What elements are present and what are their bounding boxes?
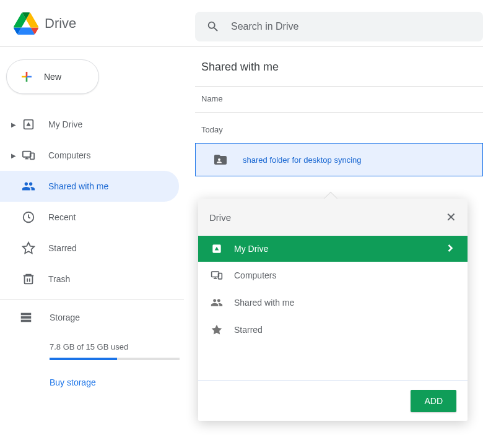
drive-logo-icon [14, 11, 38, 36]
clock-icon [21, 210, 36, 225]
sidebar-item-label: Trash [48, 274, 70, 284]
chevron-right-icon: ▶ [9, 121, 19, 128]
move-to-popup: Drive ✕ My Drive Computers Shared with m… [198, 199, 468, 421]
buy-storage-link[interactable]: Buy storage [50, 377, 96, 387]
storage-icon [19, 310, 33, 325]
new-button-label: New [44, 72, 61, 82]
trash-icon [21, 272, 36, 286]
my-drive-icon [21, 117, 36, 132]
popup-item-label: My Drive [234, 244, 444, 254]
shared-icon [209, 295, 224, 310]
sidebar-item-label: Starred [48, 243, 77, 253]
file-name: shared folder for desktop syncing [243, 155, 362, 165]
sidebar-item-label: Shared with me [48, 181, 108, 191]
sidebar-item-label: Recent [48, 212, 76, 222]
app-header: Drive [0, 0, 483, 47]
svg-rect-7 [21, 320, 32, 322]
search-input[interactable] [231, 21, 472, 32]
chevron-right-icon [444, 242, 456, 256]
svg-rect-10 [212, 272, 219, 277]
svg-point-8 [218, 158, 220, 161]
column-header-name[interactable]: Name [195, 86, 483, 113]
sidebar-item-trash[interactable]: Trash [0, 264, 179, 295]
storage-bar-fill [50, 358, 117, 360]
star-icon [209, 322, 224, 337]
popup-item-starred[interactable]: Starred [198, 316, 468, 343]
sidebar-item-shared-with-me[interactable]: Shared with me [0, 171, 179, 202]
search-icon [206, 20, 220, 33]
sidebar-item-label: My Drive [48, 119, 82, 129]
sidebar-item-computers[interactable]: ▶ Computers [0, 140, 179, 171]
sidebar-item-starred[interactable]: Starred [0, 233, 179, 264]
add-button[interactable]: ADD [411, 390, 456, 412]
computers-icon [209, 268, 224, 283]
my-drive-icon [209, 241, 224, 256]
shared-icon [21, 179, 36, 194]
popup-item-label: Starred [234, 325, 456, 335]
search-bar[interactable] [195, 12, 483, 41]
page-title: Shared with me [195, 47, 483, 86]
popup-item-my-drive[interactable]: My Drive [198, 236, 468, 262]
storage-usage-text: 7.8 GB of 15 GB used [50, 342, 184, 351]
popup-item-label: Shared with me [234, 298, 456, 308]
popup-item-computers[interactable]: Computers [198, 262, 468, 289]
star-icon [21, 241, 36, 256]
sidebar-item-storage[interactable]: Storage [19, 310, 184, 325]
sidebar-item-recent[interactable]: Recent [0, 202, 179, 233]
plus-icon [19, 69, 34, 84]
new-button[interactable]: New [6, 59, 99, 94]
close-icon[interactable]: ✕ [446, 210, 456, 225]
main-content: Shared with me Name Today shared folder … [195, 47, 483, 176]
computers-icon [21, 148, 36, 163]
app-name: Drive [45, 15, 76, 32]
shared-folder-icon [213, 152, 228, 167]
svg-rect-6 [21, 316, 32, 319]
group-label-today: Today [195, 113, 483, 143]
file-row[interactable]: shared folder for desktop syncing [195, 143, 483, 176]
popup-item-label: Computers [234, 270, 456, 280]
popup-item-shared-with-me[interactable]: Shared with me [198, 289, 468, 316]
popup-title: Drive [209, 212, 231, 223]
divider [0, 299, 184, 300]
sidebar-item-my-drive[interactable]: ▶ My Drive [0, 109, 179, 140]
svg-rect-4 [25, 276, 33, 284]
storage-label: Storage [50, 312, 80, 322]
sidebar: New ▶ My Drive ▶ Computers Shared with m… [0, 47, 184, 388]
storage-bar [50, 358, 180, 360]
sidebar-item-label: Computers [48, 150, 90, 160]
svg-rect-5 [21, 313, 32, 316]
chevron-right-icon: ▶ [9, 152, 19, 159]
svg-rect-1 [23, 152, 31, 157]
